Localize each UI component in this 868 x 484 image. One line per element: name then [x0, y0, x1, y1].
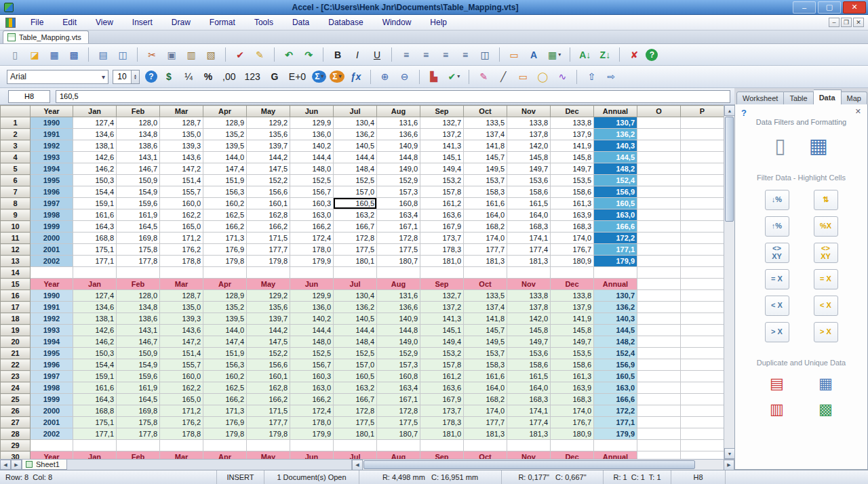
cell-B20[interactable]: 146,2 [73, 336, 117, 348]
cell-I27[interactable]: 177,5 [377, 417, 420, 428]
cell-H22[interactable]: 157,0 [334, 359, 377, 371]
panel-help-icon[interactable]: ? [741, 108, 747, 118]
cell-D5[interactable]: 147,2 [160, 163, 203, 175]
maximize-button[interactable] [818, 1, 841, 14]
cell-D22[interactable]: 155,7 [160, 359, 203, 371]
cell-H20[interactable]: 148,4 [334, 336, 377, 348]
cell-H15[interactable]: Jul [334, 279, 377, 290]
cell-E29[interactable] [203, 440, 247, 451]
cell-K27[interactable]: 177,7 [464, 417, 507, 428]
cell-O18[interactable] [637, 313, 681, 325]
cell-G10[interactable]: 166,2 [290, 221, 334, 233]
cell-G8[interactable]: 160,3 [290, 198, 334, 209]
cell-D14[interactable] [160, 267, 203, 279]
cell-M4[interactable]: 145,8 [551, 152, 594, 163]
cell-N15[interactable]: Annual [594, 279, 637, 290]
cell-A22[interactable]: 1996 [31, 359, 73, 371]
cell-A26[interactable]: 2000 [31, 405, 73, 417]
cell-I6[interactable]: 152,9 [377, 175, 420, 186]
cell-P10[interactable] [681, 221, 724, 233]
cell-H14[interactable] [334, 267, 377, 279]
cell-O22[interactable] [637, 359, 681, 371]
document-tab[interactable]: Table_Mapping.vts [3, 31, 89, 43]
cell-O17[interactable] [637, 302, 681, 313]
filter-bottom-percent-button[interactable]: ↑% [765, 216, 789, 237]
highlight-duplicate-cells-icon[interactable]: ▦ [814, 375, 838, 392]
row-header-26[interactable]: 26 [1, 405, 31, 417]
general-format-icon[interactable]: G [267, 69, 283, 85]
cell-M16[interactable]: 133,8 [551, 290, 594, 302]
cell-E11[interactable]: 171,3 [203, 233, 247, 244]
cell-H24[interactable]: 163,2 [334, 382, 377, 394]
cell-D12[interactable]: 176,2 [160, 244, 203, 256]
cell-N9[interactable]: 163,0 [594, 209, 637, 221]
cell-B4[interactable]: 142,6 [73, 152, 117, 163]
cell-F25[interactable]: 166,2 [247, 394, 290, 405]
cell-K25[interactable]: 168,2 [464, 394, 507, 405]
cell-A14[interactable] [31, 267, 73, 279]
cell-O30[interactable] [637, 451, 681, 460]
cell-B9[interactable]: 161,6 [73, 209, 117, 221]
cell-K5[interactable]: 149,5 [464, 163, 507, 175]
cell-D28[interactable]: 178,8 [160, 428, 203, 440]
menu-help[interactable]: Help [420, 16, 456, 29]
scroll-down-icon[interactable] [724, 448, 735, 459]
cell-N29[interactable] [594, 440, 637, 451]
row-header-18[interactable]: 18 [1, 313, 31, 325]
cell-B6[interactable]: 150,3 [73, 175, 117, 186]
column-header-P[interactable]: P [681, 106, 724, 117]
cell-D19[interactable]: 143,6 [160, 325, 203, 336]
number-format-icon[interactable]: 123 [241, 69, 262, 85]
cell-P9[interactable] [681, 209, 724, 221]
align-right-icon[interactable]: ≡ [437, 47, 454, 62]
cell-P25[interactable] [681, 394, 724, 405]
cell-A15[interactable]: Year [31, 279, 73, 290]
scroll-left-icon[interactable] [352, 460, 363, 470]
cell-J7[interactable]: 157,8 [420, 186, 464, 198]
tab-table[interactable]: Table [784, 92, 813, 105]
greater-than-x-button[interactable]: > X [765, 322, 789, 342]
cell-G12[interactable]: 178,0 [290, 244, 334, 256]
cell-I15[interactable]: Aug [377, 279, 420, 290]
cell-F9[interactable]: 162,8 [247, 209, 290, 221]
row-header-9[interactable]: 9 [1, 209, 31, 221]
cell-L29[interactable] [507, 440, 551, 451]
cell-G4[interactable]: 144,4 [290, 152, 334, 163]
cell-O7[interactable] [637, 186, 681, 198]
autosum-options-icon[interactable]: Σ▾ [330, 70, 344, 83]
cell-K23[interactable]: 161,6 [464, 371, 507, 382]
cell-K4[interactable]: 145,7 [464, 152, 507, 163]
cell-G24[interactable]: 163,0 [290, 382, 334, 394]
row-header-28[interactable]: 28 [1, 428, 31, 440]
cell-L23[interactable]: 161,5 [507, 371, 551, 382]
highlight-equal-to-x-button[interactable]: = X [814, 269, 838, 289]
cell-K11[interactable]: 174,0 [464, 233, 507, 244]
close-document-button[interactable] [853, 18, 864, 27]
row-header-24[interactable]: 24 [1, 382, 31, 394]
scroll-right-icon[interactable] [724, 460, 734, 470]
column-header-O[interactable]: O [637, 106, 681, 117]
cell-C22[interactable]: 154,9 [117, 359, 160, 371]
cell-L3[interactable]: 142,0 [507, 140, 551, 152]
cell-A13[interactable]: 2002 [31, 256, 73, 267]
cell-P4[interactable] [681, 152, 724, 163]
cell-N27[interactable]: 177,1 [594, 417, 637, 428]
cell-L6[interactable]: 153,6 [507, 175, 551, 186]
cell-I21[interactable]: 152,9 [377, 348, 420, 359]
cell-I23[interactable]: 160,8 [377, 371, 420, 382]
cell-N2[interactable]: 136,2 [594, 129, 637, 140]
cell-N23[interactable]: 160,5 [594, 371, 637, 382]
column-header-Mar[interactable]: Mar [160, 106, 203, 117]
cell-A29[interactable] [31, 440, 73, 451]
cell-M26[interactable]: 174,0 [551, 405, 594, 417]
cell-F13[interactable]: 179,8 [247, 256, 290, 267]
cell-K14[interactable] [464, 267, 507, 279]
cell-N4[interactable]: 144,5 [594, 152, 637, 163]
cell-N14[interactable] [594, 267, 637, 279]
cell-H1[interactable]: 130,4 [334, 117, 377, 129]
italic-button[interactable]: I [349, 47, 366, 62]
cell-A18[interactable]: 1992 [31, 313, 73, 325]
cell-E6[interactable]: 151,9 [203, 175, 247, 186]
panel-close-icon[interactable]: ✕ [855, 107, 861, 116]
scientific-format-icon[interactable]: E+0 [286, 69, 309, 85]
